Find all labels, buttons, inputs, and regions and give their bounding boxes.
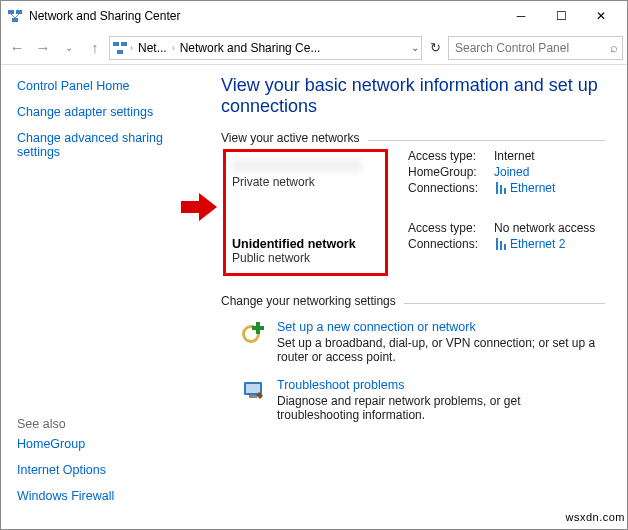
address-dropdown[interactable]: ⌄ [411, 42, 419, 53]
window-title: Network and Sharing Center [29, 9, 501, 23]
ethernet-icon [494, 182, 508, 194]
breadcrumb[interactable]: Net... [135, 41, 170, 55]
windows-firewall-link[interactable]: Windows Firewall [17, 489, 205, 503]
svg-line-4 [15, 14, 19, 18]
homegroup-status-link[interactable]: Joined [494, 165, 595, 179]
svg-rect-0 [8, 10, 14, 14]
setup-connection-desc: Set up a broadband, dial-up, or VPN conn… [277, 336, 605, 364]
svg-rect-7 [117, 50, 123, 54]
network-icon [7, 8, 23, 24]
chevron-right-icon[interactable]: › [130, 43, 133, 53]
forward-button[interactable]: → [31, 36, 55, 60]
connection-link[interactable]: Ethernet 2 [510, 237, 565, 251]
svg-rect-13 [500, 241, 502, 250]
value: No network access [494, 221, 595, 235]
label: Access type: [408, 149, 488, 163]
active-networks-label: View your active networks [221, 131, 360, 145]
change-adapter-link[interactable]: Change adapter settings [17, 105, 205, 119]
network-details: Access type: No network access Connectio… [408, 221, 595, 251]
svg-rect-21 [249, 395, 257, 398]
chevron-right-icon[interactable]: › [172, 43, 175, 53]
label: Access type: [408, 221, 488, 235]
label: Connections: [408, 181, 488, 195]
change-settings-label: Change your networking settings [221, 294, 396, 308]
setup-connection-link[interactable]: Set up a new connection or network [277, 320, 476, 334]
svg-rect-1 [16, 10, 22, 14]
homegroup-link[interactable]: HomeGroup [17, 437, 205, 451]
svg-rect-5 [113, 42, 119, 46]
network-icon [112, 40, 128, 56]
svg-rect-11 [504, 188, 506, 194]
address-bar[interactable]: › Net... › Network and Sharing Ce... ⌄ [109, 36, 422, 60]
label: Connections: [408, 237, 488, 251]
search-box[interactable]: ⌕ [448, 36, 623, 60]
back-button[interactable]: ← [5, 36, 29, 60]
svg-marker-8 [181, 193, 217, 221]
red-arrow-annotation [181, 193, 217, 221]
svg-rect-18 [252, 326, 264, 330]
new-connection-icon [241, 320, 267, 346]
svg-rect-14 [504, 244, 506, 250]
search-icon: ⌕ [610, 40, 618, 55]
see-also-label: See also [17, 417, 205, 431]
svg-rect-20 [246, 384, 260, 393]
recent-dropdown[interactable]: ⌄ [57, 36, 81, 60]
close-button[interactable]: ✕ [581, 2, 621, 30]
svg-rect-9 [496, 182, 498, 194]
network-type: Private network [232, 175, 377, 189]
control-panel-home-link[interactable]: Control Panel Home [17, 79, 205, 93]
refresh-button[interactable]: ↻ [424, 40, 446, 55]
svg-rect-2 [12, 18, 18, 22]
svg-rect-6 [121, 42, 127, 46]
svg-line-3 [11, 14, 15, 18]
network-name: Unidentified network [232, 237, 377, 251]
network-box: Private network Unidentified network Pub… [223, 149, 388, 276]
minimize-button[interactable]: ─ [501, 2, 541, 30]
ethernet-icon [494, 238, 508, 250]
label: HomeGroup: [408, 165, 488, 179]
search-input[interactable] [453, 40, 610, 56]
maximize-button[interactable]: ☐ [541, 2, 581, 30]
connection-link[interactable]: Ethernet [510, 181, 555, 195]
up-button[interactable]: ↑ [83, 36, 107, 60]
svg-rect-10 [500, 185, 502, 194]
watermark: wsxdn.com [565, 511, 625, 523]
network-type: Public network [232, 251, 377, 265]
breadcrumb[interactable]: Network and Sharing Ce... [177, 41, 324, 55]
troubleshoot-icon [241, 378, 267, 404]
troubleshoot-desc: Diagnose and repair network problems, or… [277, 394, 605, 422]
svg-rect-12 [496, 238, 498, 250]
redacted-network-name [232, 160, 362, 172]
network-details: Access type: Internet HomeGroup: Joined … [408, 149, 595, 195]
internet-options-link[interactable]: Internet Options [17, 463, 205, 477]
page-title: View your basic network information and … [221, 75, 605, 117]
troubleshoot-link[interactable]: Troubleshoot problems [277, 378, 404, 392]
value: Internet [494, 149, 595, 163]
change-advanced-sharing-link[interactable]: Change advanced sharing settings [17, 131, 205, 159]
